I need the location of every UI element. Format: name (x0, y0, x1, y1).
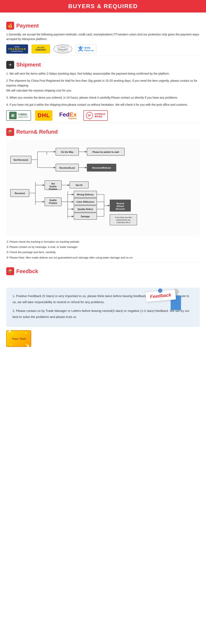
feedback-pin (158, 288, 163, 293)
svg-marker-38 (68, 184, 70, 186)
feedback-section-header: 📦 Feedbck (6, 267, 200, 275)
svg-rect-43 (45, 198, 61, 206)
bank-transfer-logo: BANK TRANSFER INTERNATIONAL (6, 44, 28, 54)
svg-text:Please be patient to wait: Please be patient to wait (92, 151, 119, 153)
refund-section-header: 📦 Return& Refund (6, 128, 200, 136)
svg-marker-57 (72, 208, 74, 210)
divider-3 (6, 262, 200, 262)
sf-logo: SF EXPRESS 顺丰速运 (84, 110, 108, 121)
gold-badge: ★ ★ ★ ★ Your Text (6, 330, 31, 347)
refund-notes: ① Please check the tracking in formation… (6, 239, 200, 260)
payment-title: Payment (16, 22, 39, 29)
svg-text:Received: Received (15, 192, 25, 194)
refund-note-4: ④ Please Note: Men made defects are not … (6, 255, 200, 260)
shipment-icon: ✈ (6, 61, 14, 69)
svg-text:Wrong Delivery: Wrong Delivery (77, 193, 94, 196)
shipment-title: Shipment (16, 62, 41, 68)
svg-text:Not fit: Not fit (76, 184, 82, 186)
flowchart-svg: Not Received On the Way Please be patien… (8, 144, 196, 231)
alipay-icon: 支 (78, 45, 83, 52)
svg-text:Color Difference: Color Difference (76, 200, 94, 203)
svg-text:requirements you: requirements you (116, 219, 131, 221)
dhl-logo: DHL (35, 110, 52, 121)
svg-marker-20 (54, 167, 56, 168)
svg-marker-32 (43, 184, 45, 186)
svg-marker-61 (72, 216, 74, 217)
svg-text:Problem: Problem (49, 202, 57, 204)
svg-text:Received/Refund: Received/Refund (92, 166, 111, 169)
svg-text:On the Way: On the Way (61, 151, 74, 153)
feedback-card-text: Feedback (150, 292, 171, 300)
svg-marker-49 (72, 194, 74, 195)
chinapost-logo: 邮 中国邮政 CHINA POST (6, 110, 31, 121)
gold-badge-area: ★ ★ ★ ★ Your Text (6, 330, 200, 347)
payment-logos: BANK TRANSFER INTERNATIONAL WESTERN UNIO… (6, 44, 200, 54)
shipment-point-2: 2.The shipment by China Post Registered … (6, 78, 200, 93)
refund-note-1: ① Please check the tracking in formation… (6, 239, 200, 244)
feedback-section: 📦 Feedbck Feedback (6, 267, 200, 347)
svg-text:could also tell us: could also tell us (116, 222, 130, 224)
feedback-icon: 📦 (6, 267, 14, 275)
shipment-section-header: ✈ Shipment (6, 61, 200, 69)
svg-text:Quality Defect: Quality Defect (78, 208, 93, 210)
shipment-point-3: 3. When you receive the items you ordere… (6, 95, 200, 100)
flowchart-container: Not Received On the Way Please be patien… (6, 139, 200, 236)
svg-marker-15 (85, 151, 87, 152)
svg-text:Damage: Damage (81, 215, 90, 218)
svg-text:Quality: Quality (50, 185, 57, 188)
svg-text:Received/Lost: Received/Lost (60, 166, 75, 169)
refund-note-3: ③ Check the package and Item, carefully. (6, 250, 200, 254)
svg-text:Resend: Resend (116, 202, 124, 205)
refund-icon: 📦 (6, 128, 14, 136)
svg-marker-24 (85, 167, 87, 168)
svg-text:moneybookers: moneybookers (58, 49, 67, 50)
main-content: 💰 Payment 1.Generally, we accept the fol… (0, 12, 206, 353)
moneybookers-logo: moneybookers (53, 44, 72, 54)
shipment-point-4: 4. If you have not got it within the shi… (6, 102, 200, 107)
badge-text: Your Text (12, 337, 26, 340)
svg-text:邮: 邮 (11, 114, 14, 118)
svg-marker-11 (54, 151, 56, 152)
svg-text:Discount: Discount (116, 208, 125, 210)
shipment-section: ✈ Shipment 1. We will sent the items wit… (6, 61, 200, 121)
feedback-title: Feedbck (16, 268, 38, 274)
western-union-logo: WESTERN UNION® (31, 44, 50, 54)
fedex-logo: FedEx Express (57, 110, 79, 121)
svg-text:Not Received: Not Received (13, 159, 28, 161)
alipay-logo: 支 支付宝 Alipay.com (76, 44, 96, 54)
feedback-card-area: Feedback (146, 288, 187, 317)
page-title: BUYERS & REQUIRED (0, 3, 206, 10)
refund-note-2: ② Please contact us by meesage, e-mail, … (6, 244, 200, 249)
shipment-point-1: 1. We will sent the items within 2-5days… (6, 71, 200, 76)
svg-text:Not: Not (51, 183, 55, 185)
svg-text:If you have any else: If you have any else (115, 216, 132, 218)
svg-marker-70 (108, 205, 110, 206)
feedback-content-wrapper: Feedback 1. Positive Feedback (5 Stars) … (6, 288, 200, 327)
svg-text:Quality: Quality (50, 199, 57, 202)
shipping-logos: 邮 中国邮政 CHINA POST DHL FedEx Express (6, 110, 200, 121)
payment-description: 1.Generally, we accept the following pay… (6, 32, 200, 42)
refund-title: Return& Refund (16, 129, 58, 135)
svg-text:Problem: Problem (49, 188, 57, 190)
divider-2 (6, 123, 200, 123)
payment-icon: 💰 (6, 22, 14, 30)
svg-text:Refund: Refund (117, 205, 124, 208)
svg-marker-53 (72, 201, 74, 203)
page-header: BUYERS & REQUIRED (0, 0, 206, 12)
svg-marker-42 (43, 201, 45, 203)
payment-section-header: 💰 Payment (6, 22, 200, 30)
